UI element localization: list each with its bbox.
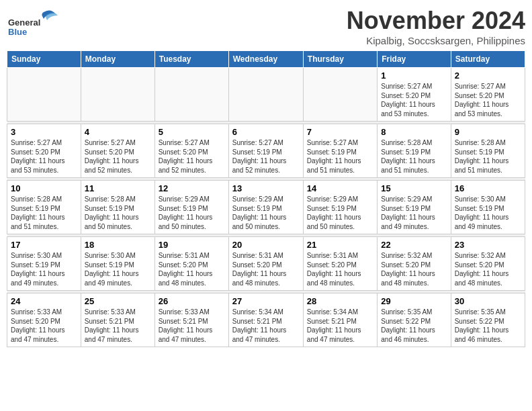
week-row-5: 24Sunrise: 5:33 AMSunset: 5:20 PMDayligh… xyxy=(7,293,525,347)
calendar-cell: 23Sunrise: 5:32 AMSunset: 5:20 PMDayligh… xyxy=(451,237,525,291)
calendar-cell: 26Sunrise: 5:33 AMSunset: 5:21 PMDayligh… xyxy=(154,293,228,347)
calendar-cell: 18Sunrise: 5:30 AMSunset: 5:19 PMDayligh… xyxy=(81,237,154,291)
day-number: 9 xyxy=(455,127,521,137)
day-info: Sunrise: 5:31 AMSunset: 5:20 PMDaylight:… xyxy=(159,251,225,287)
day-info: Sunrise: 5:30 AMSunset: 5:19 PMDaylight:… xyxy=(455,195,521,231)
calendar-cell xyxy=(154,68,228,122)
day-number: 13 xyxy=(232,183,300,193)
calendar-cell: 7Sunrise: 5:27 AMSunset: 5:19 PMDaylight… xyxy=(303,124,377,178)
day-number: 3 xyxy=(11,127,77,137)
day-info: Sunrise: 5:29 AMSunset: 5:19 PMDaylight:… xyxy=(159,195,225,231)
calendar-cell: 21Sunrise: 5:31 AMSunset: 5:20 PMDayligh… xyxy=(303,237,377,291)
day-number: 15 xyxy=(381,183,447,193)
day-number: 17 xyxy=(11,240,77,250)
calendar-cell: 19Sunrise: 5:31 AMSunset: 5:20 PMDayligh… xyxy=(154,237,228,291)
day-number: 12 xyxy=(159,183,225,193)
calendar-cell: 16Sunrise: 5:30 AMSunset: 5:19 PMDayligh… xyxy=(451,181,525,234)
day-number: 5 xyxy=(159,127,225,137)
day-info: Sunrise: 5:33 AMSunset: 5:21 PMDaylight:… xyxy=(159,308,225,344)
calendar-cell: 27Sunrise: 5:34 AMSunset: 5:21 PMDayligh… xyxy=(228,293,303,347)
calendar-cell: 9Sunrise: 5:28 AMSunset: 5:19 PMDaylight… xyxy=(451,124,525,178)
day-number: 8 xyxy=(381,127,447,137)
day-number: 24 xyxy=(11,296,77,306)
calendar-cell: 30Sunrise: 5:35 AMSunset: 5:22 PMDayligh… xyxy=(451,293,525,347)
header-wednesday: Wednesday xyxy=(228,51,303,68)
calendar-table: Sunday Monday Tuesday Wednesday Thursday… xyxy=(7,50,525,347)
day-info: Sunrise: 5:32 AMSunset: 5:20 PMDaylight:… xyxy=(455,251,521,287)
page-header: General Blue November 2024 Kipalbig, Soc… xyxy=(7,7,525,46)
day-info: Sunrise: 5:27 AMSunset: 5:20 PMDaylight:… xyxy=(11,138,77,175)
svg-text:Blue: Blue xyxy=(8,27,27,36)
calendar-cell: 14Sunrise: 5:29 AMSunset: 5:19 PMDayligh… xyxy=(303,181,377,234)
day-info: Sunrise: 5:31 AMSunset: 5:20 PMDaylight:… xyxy=(307,251,373,287)
week-row-2: 3Sunrise: 5:27 AMSunset: 5:20 PMDaylight… xyxy=(7,124,525,178)
calendar-header-row: Sunday Monday Tuesday Wednesday Thursday… xyxy=(7,51,525,68)
day-number: 19 xyxy=(159,240,225,250)
day-info: Sunrise: 5:27 AMSunset: 5:20 PMDaylight:… xyxy=(381,82,447,118)
calendar-cell: 12Sunrise: 5:29 AMSunset: 5:19 PMDayligh… xyxy=(154,181,228,234)
week-row-4: 17Sunrise: 5:30 AMSunset: 5:19 PMDayligh… xyxy=(7,237,525,291)
day-number: 10 xyxy=(11,183,77,193)
calendar-cell: 28Sunrise: 5:34 AMSunset: 5:21 PMDayligh… xyxy=(303,293,377,347)
calendar-cell: 5Sunrise: 5:27 AMSunset: 5:20 PMDaylight… xyxy=(154,124,228,178)
calendar-cell: 24Sunrise: 5:33 AMSunset: 5:20 PMDayligh… xyxy=(7,293,81,347)
day-info: Sunrise: 5:28 AMSunset: 5:19 PMDaylight:… xyxy=(381,138,447,175)
day-info: Sunrise: 5:28 AMSunset: 5:19 PMDaylight:… xyxy=(85,195,151,231)
day-info: Sunrise: 5:30 AMSunset: 5:19 PMDaylight:… xyxy=(11,251,77,287)
day-info: Sunrise: 5:32 AMSunset: 5:20 PMDaylight:… xyxy=(381,251,447,287)
week-row-1: 1Sunrise: 5:27 AMSunset: 5:20 PMDaylight… xyxy=(7,68,525,122)
day-info: Sunrise: 5:30 AMSunset: 5:19 PMDaylight:… xyxy=(85,251,151,287)
calendar-cell: 15Sunrise: 5:29 AMSunset: 5:19 PMDayligh… xyxy=(378,181,451,234)
calendar-cell: 4Sunrise: 5:27 AMSunset: 5:20 PMDaylight… xyxy=(81,124,154,178)
day-info: Sunrise: 5:27 AMSunset: 5:20 PMDaylight:… xyxy=(159,138,225,175)
calendar-cell: 1Sunrise: 5:27 AMSunset: 5:20 PMDaylight… xyxy=(378,68,451,122)
month-title: November 2024 xyxy=(347,7,525,35)
day-number: 14 xyxy=(307,183,373,193)
svg-text:General: General xyxy=(8,17,40,28)
calendar-cell: 22Sunrise: 5:32 AMSunset: 5:20 PMDayligh… xyxy=(378,237,451,291)
day-number: 23 xyxy=(455,240,521,250)
day-number: 11 xyxy=(85,183,151,193)
day-number: 6 xyxy=(232,127,300,137)
day-info: Sunrise: 5:29 AMSunset: 5:19 PMDaylight:… xyxy=(232,195,300,231)
calendar-cell: 11Sunrise: 5:28 AMSunset: 5:19 PMDayligh… xyxy=(81,181,154,234)
day-number: 16 xyxy=(455,183,521,193)
calendar-cell xyxy=(7,68,81,122)
day-info: Sunrise: 5:34 AMSunset: 5:21 PMDaylight:… xyxy=(232,308,300,344)
header-friday: Friday xyxy=(378,51,451,68)
day-info: Sunrise: 5:28 AMSunset: 5:19 PMDaylight:… xyxy=(455,138,521,175)
header-saturday: Saturday xyxy=(451,51,525,68)
header-sunday: Sunday xyxy=(7,51,81,68)
day-info: Sunrise: 5:27 AMSunset: 5:19 PMDaylight:… xyxy=(232,138,300,175)
calendar-cell: 29Sunrise: 5:35 AMSunset: 5:22 PMDayligh… xyxy=(378,293,451,347)
day-info: Sunrise: 5:35 AMSunset: 5:22 PMDaylight:… xyxy=(455,308,521,344)
day-number: 30 xyxy=(455,296,521,306)
day-number: 25 xyxy=(85,296,151,306)
day-number: 7 xyxy=(307,127,373,137)
header-thursday: Thursday xyxy=(303,51,377,68)
day-number: 29 xyxy=(381,296,447,306)
day-number: 1 xyxy=(381,71,447,81)
day-number: 22 xyxy=(381,240,447,250)
calendar-cell: 13Sunrise: 5:29 AMSunset: 5:19 PMDayligh… xyxy=(228,181,303,234)
day-number: 20 xyxy=(232,240,300,250)
day-info: Sunrise: 5:27 AMSunset: 5:20 PMDaylight:… xyxy=(85,138,151,175)
day-info: Sunrise: 5:29 AMSunset: 5:19 PMDaylight:… xyxy=(381,195,447,231)
day-info: Sunrise: 5:27 AMSunset: 5:19 PMDaylight:… xyxy=(307,138,373,175)
logo-svg: General Blue xyxy=(7,7,60,36)
calendar-cell: 6Sunrise: 5:27 AMSunset: 5:19 PMDaylight… xyxy=(228,124,303,178)
day-info: Sunrise: 5:33 AMSunset: 5:21 PMDaylight:… xyxy=(85,308,151,344)
day-number: 2 xyxy=(455,71,521,81)
day-number: 21 xyxy=(307,240,373,250)
day-info: Sunrise: 5:31 AMSunset: 5:20 PMDaylight:… xyxy=(232,251,300,287)
day-number: 27 xyxy=(232,296,300,306)
day-number: 4 xyxy=(85,127,151,137)
calendar-cell xyxy=(303,68,377,122)
calendar-cell: 2Sunrise: 5:27 AMSunset: 5:20 PMDaylight… xyxy=(451,68,525,122)
logo: General Blue xyxy=(7,7,60,36)
calendar-cell: 3Sunrise: 5:27 AMSunset: 5:20 PMDaylight… xyxy=(7,124,81,178)
day-number: 18 xyxy=(85,240,151,250)
day-info: Sunrise: 5:29 AMSunset: 5:19 PMDaylight:… xyxy=(307,195,373,231)
calendar-cell: 8Sunrise: 5:28 AMSunset: 5:19 PMDaylight… xyxy=(378,124,451,178)
calendar-cell xyxy=(228,68,303,122)
